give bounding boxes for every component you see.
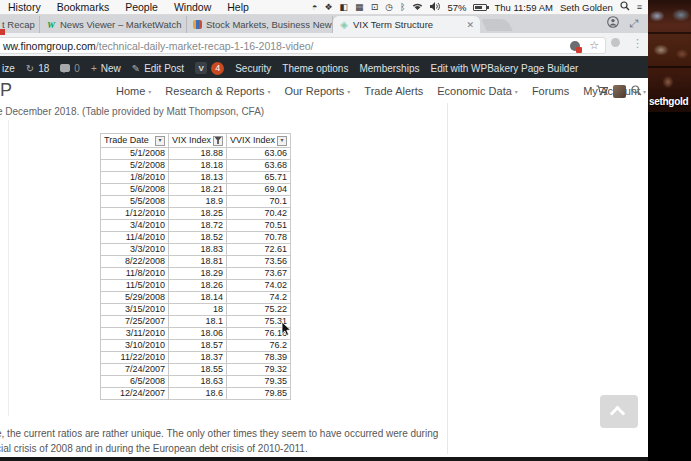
avatar[interactable] (613, 85, 626, 98)
vix-cell: 18.06 (169, 328, 227, 340)
header-label: VIX Index (172, 135, 211, 146)
tab-stock-markets[interactable]: Stock Markets, Business News ✕ (187, 16, 333, 33)
battery-percent: 57% (447, 2, 466, 13)
table-row: 5/5/200818.970.1 (101, 196, 291, 208)
wp-comments[interactable]: 0 (60, 63, 80, 74)
vix-cell: 18.63 (169, 376, 227, 388)
trade-date-cell: 6/5/2008 (101, 376, 169, 388)
search-icon[interactable] (631, 82, 642, 100)
update-count: 18 (38, 63, 49, 74)
fullscreen-icon[interactable]: ⤢ (629, 17, 638, 30)
tab-news-viewer[interactable]: W News Viewer – MarketWatch ✕ (40, 16, 187, 33)
vix-cell: 18.55 (169, 364, 227, 376)
vix-cell: 18.14 (169, 292, 227, 304)
vvix-cell: 72.61 (227, 244, 291, 256)
record-icon[interactable]: ◓ (312, 2, 317, 12)
vvix-cell: 69.04 (227, 184, 291, 196)
news-site-favicon (193, 20, 202, 29)
battery-icon[interactable] (473, 4, 487, 11)
menu-window[interactable]: Window (174, 1, 211, 13)
spotlight-icon[interactable] (620, 1, 630, 13)
webcam-overlay: sethgold (648, 0, 691, 461)
profile-icon[interactable] (607, 16, 619, 30)
menu-help[interactable]: Help (227, 1, 249, 13)
table-caption: e December 2018. (Table provided by Matt… (0, 106, 264, 117)
nav-economic-data[interactable]: Economic Data▾ (437, 85, 518, 97)
clock-icon[interactable]: ◷ (385, 2, 393, 12)
menubar-clock[interactable]: Thu 11:59 AM (494, 2, 552, 13)
filter-icon[interactable] (213, 136, 223, 146)
bookmark-star-icon[interactable]: ☆ (589, 39, 599, 52)
paragraph-line: cial crisis of 2008 and in during the Eu… (0, 441, 438, 456)
dropbox-icon[interactable]: ❖ (325, 2, 333, 12)
wp-theme-options[interactable]: Theme options (282, 63, 348, 74)
nav-our-reports[interactable]: Our Reports▾ (284, 85, 350, 97)
wp-edit-post[interactable]: ✎ Edit Post (132, 63, 184, 74)
chevron-down-icon: ▾ (515, 88, 518, 95)
vix-cell: 18.25 (169, 208, 227, 220)
extension-icon[interactable] (610, 37, 621, 50)
new-label: New (101, 63, 121, 74)
blocked-content-icon[interactable] (570, 41, 580, 51)
content-divider (447, 103, 448, 454)
trade-date-cell: 5/5/2008 (101, 196, 169, 208)
airplay-icon[interactable]: ⊡ (371, 2, 379, 12)
new-tab-button[interactable] (481, 19, 513, 31)
wp-plugin-updates[interactable]: V 4 (195, 62, 224, 75)
wp-security[interactable]: Security (235, 63, 271, 74)
vix-table-body: 5/1/200818.8863.065/2/200818.1863.681/8/… (101, 148, 291, 400)
nav-label: Economic Data (437, 85, 512, 97)
wp-admin-bar: ize ↻ 18 0 + New ✎ Edit Post V 4 Securit… (0, 58, 648, 78)
vix-cell: 18.37 (169, 352, 227, 364)
close-tab-icon[interactable]: ✕ (466, 20, 474, 30)
vvix-cell: 63.68 (227, 160, 291, 172)
paragraph-line: e, the current ratios are rather unique.… (0, 426, 438, 441)
tab-market-recap[interactable]: t Recap ✕ (0, 16, 40, 33)
sort-dropdown-icon[interactable]: ▾ (277, 136, 287, 146)
table-row: 12/24/200718.679.85 (101, 388, 291, 400)
tab-vix-term-structure[interactable]: ◈ VIX Term Structure ✕ (333, 16, 480, 33)
vix-cell: 18.83 (169, 244, 227, 256)
menubar-user[interactable]: Seth Golden (560, 2, 613, 13)
menu-history[interactable]: History (8, 1, 41, 13)
nav-forums[interactable]: Forums (532, 85, 569, 97)
table-header-row: Trade Date▾ VIX Index VVIX Index▾ (101, 134, 291, 148)
notification-center-icon[interactable]: ≡ (637, 2, 642, 12)
cart-icon[interactable] (596, 82, 608, 100)
site-logo-partial[interactable]: P (0, 80, 13, 101)
table-row: 5/2/200818.1863.68 (101, 160, 291, 172)
nav-label: Research & Reports (165, 85, 264, 97)
app-status-icon[interactable]: ◧ (340, 2, 349, 12)
wp-wpbakery[interactable]: Edit with WPBakery Page Builder (430, 63, 578, 74)
sort-dropdown-icon[interactable]: ▾ (155, 136, 165, 146)
site-nav: Home▾ Research & Reports▾ Our Reports▾ T… (116, 78, 646, 104)
plus-icon: + (91, 63, 97, 74)
chevron-up-icon (610, 406, 626, 422)
nav-research-reports[interactable]: Research & Reports▾ (165, 85, 270, 97)
screen: History Bookmarks People Window Help ◓ ❖… (0, 0, 691, 461)
scroll-to-top-button[interactable] (600, 395, 638, 428)
wp-new[interactable]: + New (91, 63, 121, 74)
wifi-icon[interactable] (412, 2, 423, 13)
nav-trade-alerts[interactable]: Trade Alerts (364, 85, 423, 97)
trade-date-cell: 3/10/2010 (101, 340, 169, 352)
wp-customize[interactable]: ize (2, 63, 15, 74)
trade-date-cell: 7/25/2007 (101, 316, 169, 328)
address-bar[interactable]: ww.finomgroup.com/technical-daily-market… (0, 37, 606, 54)
wp-memberships[interactable]: Memberships (359, 63, 419, 74)
input-source-icon[interactable]: ▦ (355, 2, 364, 12)
vix-vvix-table: Trade Date▾ VIX Index VVIX Index▾ 5/1/20… (100, 133, 291, 400)
menu-people[interactable]: People (125, 1, 158, 13)
vvix-cell: 74.02 (227, 280, 291, 292)
table-row: 1/8/201018.1365.71 (101, 172, 291, 184)
video-bottom-edge (0, 457, 648, 461)
bluetooth-icon[interactable]: ᛒ (400, 2, 405, 12)
macos-menubar: History Bookmarks People Window Help ◓ ❖… (0, 0, 648, 15)
image-edge-line (8, 120, 9, 416)
wp-updates[interactable]: ↻ 18 (26, 63, 50, 74)
chrome-menu-icon[interactable]: ⋮ (632, 37, 643, 50)
menu-bookmarks[interactable]: Bookmarks (57, 1, 110, 13)
vvix-cell: 79.32 (227, 364, 291, 376)
nav-home[interactable]: Home▾ (116, 85, 151, 97)
volume-icon[interactable] (430, 2, 440, 13)
